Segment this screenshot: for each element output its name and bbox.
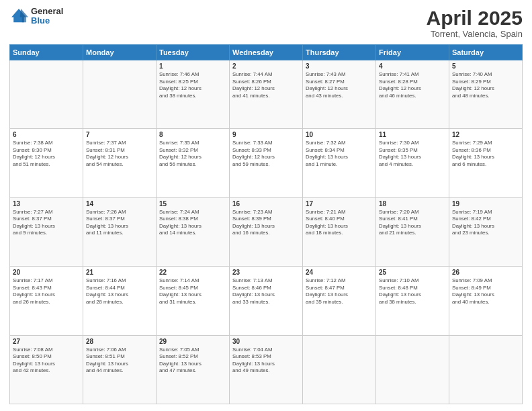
day-number: 5	[452, 62, 519, 70]
calendar-cell: 16Sunrise: 7:23 AMSunset: 8:39 PMDayligh…	[230, 197, 303, 266]
day-info: Sunrise: 7:40 AMSunset: 8:29 PMDaylight:…	[452, 71, 519, 99]
day-info: Sunrise: 7:37 AMSunset: 8:31 PMDaylight:…	[86, 140, 153, 168]
calendar-cell: 4Sunrise: 7:41 AMSunset: 8:28 PMDaylight…	[376, 60, 449, 129]
day-info: Sunrise: 7:09 AMSunset: 8:49 PMDaylight:…	[452, 277, 519, 306]
calendar-cell: 28Sunrise: 7:06 AMSunset: 8:51 PMDayligh…	[83, 335, 157, 404]
day-number: 24	[306, 269, 373, 276]
day-info: Sunrise: 7:05 AMSunset: 8:52 PMDaylight:…	[159, 347, 226, 375]
weekday-header-saturday: Saturday	[449, 45, 523, 60]
day-number: 21	[86, 269, 153, 276]
calendar-cell: 14Sunrise: 7:26 AMSunset: 8:37 PMDayligh…	[83, 197, 157, 266]
day-info: Sunrise: 7:19 AMSunset: 8:42 PMDaylight:…	[452, 209, 519, 237]
calendar-cell: 24Sunrise: 7:12 AMSunset: 8:47 PMDayligh…	[303, 267, 376, 335]
weekday-header-thursday: Thursday	[303, 45, 376, 60]
day-number: 23	[232, 269, 300, 276]
day-number: 11	[379, 131, 446, 138]
calendar-cell: 15Sunrise: 7:24 AMSunset: 8:38 PMDayligh…	[157, 197, 230, 266]
calendar-cell: 19Sunrise: 7:19 AMSunset: 8:42 PMDayligh…	[449, 197, 523, 266]
logo-text: General Blue	[31, 7, 63, 26]
day-number: 19	[452, 200, 519, 208]
day-number: 25	[379, 269, 446, 276]
day-info: Sunrise: 7:33 AMSunset: 8:33 PMDaylight:…	[232, 140, 300, 168]
calendar-cell: 6Sunrise: 7:38 AMSunset: 8:30 PMDaylight…	[10, 129, 83, 197]
day-number: 16	[232, 200, 300, 208]
day-info: Sunrise: 7:46 AMSunset: 8:25 PMDaylight:…	[159, 71, 226, 99]
day-number: 22	[159, 269, 226, 276]
calendar-cell: 17Sunrise: 7:21 AMSunset: 8:40 PMDayligh…	[303, 197, 376, 266]
logo: General Blue	[9, 7, 63, 26]
logo-blue: Blue	[31, 16, 63, 26]
weekday-header-tuesday: Tuesday	[157, 45, 230, 60]
day-info: Sunrise: 7:32 AMSunset: 8:34 PMDaylight:…	[306, 140, 373, 168]
calendar-body: 1Sunrise: 7:46 AMSunset: 8:25 PMDaylight…	[10, 60, 523, 404]
day-number: 4	[379, 62, 446, 70]
day-info: Sunrise: 7:24 AMSunset: 8:38 PMDaylight:…	[159, 209, 226, 237]
day-number: 13	[13, 200, 80, 208]
calendar-table: SundayMondayTuesdayWednesdayThursdayFrid…	[9, 44, 523, 404]
calendar-cell: 11Sunrise: 7:30 AMSunset: 8:35 PMDayligh…	[376, 129, 449, 197]
logo-icon	[9, 7, 28, 26]
weekday-header-sunday: Sunday	[10, 45, 83, 60]
day-number: 30	[232, 338, 300, 345]
calendar-cell: 12Sunrise: 7:29 AMSunset: 8:36 PMDayligh…	[449, 129, 523, 197]
calendar-week-1: 1Sunrise: 7:46 AMSunset: 8:25 PMDaylight…	[10, 60, 523, 129]
calendar-cell	[83, 60, 157, 129]
day-info: Sunrise: 7:16 AMSunset: 8:44 PMDaylight:…	[86, 277, 153, 306]
calendar-cell	[10, 60, 83, 129]
calendar-cell	[376, 335, 449, 404]
day-info: Sunrise: 7:35 AMSunset: 8:32 PMDaylight:…	[159, 140, 226, 168]
calendar-cell: 7Sunrise: 7:37 AMSunset: 8:31 PMDaylight…	[83, 129, 157, 197]
day-number: 3	[306, 62, 373, 70]
day-info: Sunrise: 7:10 AMSunset: 8:48 PMDaylight:…	[379, 277, 446, 306]
day-info: Sunrise: 7:04 AMSunset: 8:53 PMDaylight:…	[232, 347, 300, 375]
calendar-cell: 30Sunrise: 7:04 AMSunset: 8:53 PMDayligh…	[230, 335, 303, 404]
day-number: 14	[86, 200, 153, 208]
calendar-week-4: 20Sunrise: 7:17 AMSunset: 8:43 PMDayligh…	[10, 267, 523, 335]
day-number: 20	[13, 269, 80, 276]
calendar-cell: 18Sunrise: 7:20 AMSunset: 8:41 PMDayligh…	[376, 197, 449, 266]
calendar-cell: 5Sunrise: 7:40 AMSunset: 8:29 PMDaylight…	[449, 60, 523, 129]
day-info: Sunrise: 7:29 AMSunset: 8:36 PMDaylight:…	[452, 140, 519, 168]
calendar-cell: 23Sunrise: 7:13 AMSunset: 8:46 PMDayligh…	[230, 267, 303, 335]
calendar-cell	[303, 335, 376, 404]
day-number: 9	[232, 131, 300, 138]
day-number: 1	[159, 62, 226, 70]
day-number: 6	[13, 131, 80, 138]
calendar-cell: 29Sunrise: 7:05 AMSunset: 8:52 PMDayligh…	[157, 335, 230, 404]
calendar-subtitle: Torrent, Valencia, Spain	[427, 29, 523, 39]
calendar-cell: 2Sunrise: 7:44 AMSunset: 8:26 PMDaylight…	[230, 60, 303, 129]
calendar-cell: 26Sunrise: 7:09 AMSunset: 8:49 PMDayligh…	[449, 267, 523, 335]
calendar-header: SundayMondayTuesdayWednesdayThursdayFrid…	[10, 45, 523, 60]
title-block: April 2025 Torrent, Valencia, Spain	[427, 7, 523, 39]
day-info: Sunrise: 7:08 AMSunset: 8:50 PMDaylight:…	[13, 347, 80, 375]
day-info: Sunrise: 7:13 AMSunset: 8:46 PMDaylight:…	[232, 277, 300, 306]
day-number: 15	[159, 200, 226, 208]
day-info: Sunrise: 7:21 AMSunset: 8:40 PMDaylight:…	[306, 209, 373, 237]
calendar-cell: 21Sunrise: 7:16 AMSunset: 8:44 PMDayligh…	[83, 267, 157, 335]
day-info: Sunrise: 7:20 AMSunset: 8:41 PMDaylight:…	[379, 209, 446, 237]
day-info: Sunrise: 7:38 AMSunset: 8:30 PMDaylight:…	[13, 140, 80, 168]
day-number: 2	[232, 62, 300, 70]
day-info: Sunrise: 7:27 AMSunset: 8:37 PMDaylight:…	[13, 209, 80, 237]
day-info: Sunrise: 7:12 AMSunset: 8:47 PMDaylight:…	[306, 277, 373, 306]
day-number: 10	[306, 131, 373, 138]
day-number: 18	[379, 200, 446, 208]
calendar-title: April 2025	[427, 7, 523, 29]
day-info: Sunrise: 7:30 AMSunset: 8:35 PMDaylight:…	[379, 140, 446, 168]
day-number: 7	[86, 131, 153, 138]
day-number: 17	[306, 200, 373, 208]
calendar-cell: 10Sunrise: 7:32 AMSunset: 8:34 PMDayligh…	[303, 129, 376, 197]
day-info: Sunrise: 7:43 AMSunset: 8:27 PMDaylight:…	[306, 71, 373, 99]
weekday-row: SundayMondayTuesdayWednesdayThursdayFrid…	[10, 45, 523, 60]
day-number: 26	[452, 269, 519, 276]
weekday-header-monday: Monday	[83, 45, 157, 60]
day-number: 8	[159, 131, 226, 138]
calendar-cell: 3Sunrise: 7:43 AMSunset: 8:27 PMDaylight…	[303, 60, 376, 129]
calendar-cell: 13Sunrise: 7:27 AMSunset: 8:37 PMDayligh…	[10, 197, 83, 266]
calendar-week-5: 27Sunrise: 7:08 AMSunset: 8:50 PMDayligh…	[10, 335, 523, 404]
calendar-week-3: 13Sunrise: 7:27 AMSunset: 8:37 PMDayligh…	[10, 197, 523, 266]
weekday-header-friday: Friday	[376, 45, 449, 60]
day-info: Sunrise: 7:23 AMSunset: 8:39 PMDaylight:…	[232, 209, 300, 237]
calendar-cell: 20Sunrise: 7:17 AMSunset: 8:43 PMDayligh…	[10, 267, 83, 335]
calendar-cell: 1Sunrise: 7:46 AMSunset: 8:25 PMDaylight…	[157, 60, 230, 129]
